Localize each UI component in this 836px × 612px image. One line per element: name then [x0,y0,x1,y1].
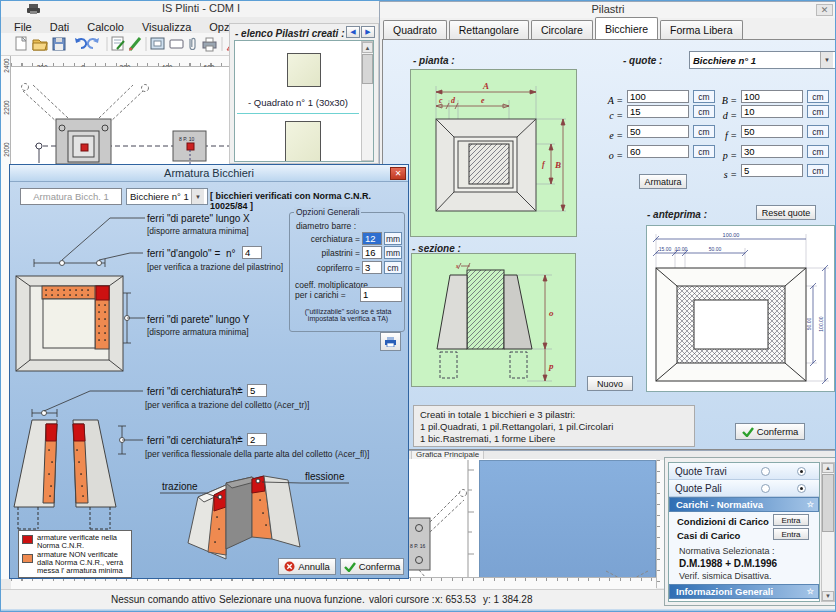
armatura-dialog: Armatura Bicchieri ✕ [9,164,409,579]
field-f-input[interactable] [741,125,803,138]
printer-icon[interactable] [203,38,216,51]
rectangle-icon[interactable] [170,40,183,48]
flessione-label: flessione [305,471,344,482]
elenco-list[interactable]: - Quadrato n° 1 (30x30) ▲ [234,40,374,162]
list-item-label[interactable]: - Quadrato n° 1 (30x30) [235,97,361,108]
arrow-right-icon: ▶ [365,28,370,36]
dim-letter-A: A [482,81,489,91]
right-panel-scrollbar[interactable]: ▲ ▼ [821,462,835,602]
armatura-button[interactable]: Armatura [639,174,687,189]
tab-circolare[interactable]: Circolare [531,20,593,39]
pilastro-thumb[interactable] [287,53,321,87]
quote-pali-radio-off[interactable] [761,484,770,493]
quote-pali-radio-on[interactable] [797,484,806,493]
cad-drawing-plinti[interactable]: 8 P. 10 [11,67,229,164]
informazioni-header-label: Informazioni Generali [676,586,773,597]
tab-forma-libera[interactable]: Forma Libera [660,20,742,39]
pilastri-title: Pilastri [380,3,836,15]
view-icon[interactable] [151,38,164,49]
elenco-scrollbar[interactable]: ▲ [361,41,374,161]
dialog-close-button[interactable]: ✕ [390,167,406,180]
scroll-up-icon[interactable]: ▲ [362,42,373,53]
field-d-label: d = [717,110,737,121]
save-icon[interactable] [53,38,65,50]
scroll-thumb[interactable] [362,54,373,84]
field-d-input[interactable] [741,105,803,118]
collapse-icon[interactable]: ☆ [807,500,814,509]
field-o-input[interactable] [627,145,689,158]
cerchiatura2-n: n° [232,435,242,446]
row-quote-travi[interactable]: Quote Travi [669,463,819,480]
normativa-line2: D.M.1988 + D.M.1996 [679,558,777,569]
coeff-label2: per i carichi = [295,290,346,300]
field-e-input[interactable] [627,125,689,138]
cerchiatura2-label: ferri "di cerchiatura" = [147,435,243,446]
clip-icon[interactable] [190,38,195,49]
field-c-label: c = [603,110,623,121]
app-icon [26,3,42,15]
ferri-angolo-input[interactable] [242,246,262,259]
field-s-input[interactable] [741,164,803,177]
quote-label: - quote : [623,55,662,66]
row-quote-pali[interactable]: Quote Pali [669,480,819,497]
legend-item-1: armature verificate nella Norma C.N.R. [37,534,129,550]
elenco-title: - elenco Pilastri creati : [235,28,345,39]
pilastrini-input[interactable] [362,246,382,259]
cerchiatura-input[interactable] [362,232,382,245]
undo-icon[interactable] [75,38,86,48]
nuovo-button[interactable]: Nuovo [587,376,633,391]
pilastro-thumb[interactable] [285,121,321,162]
status-command: Nessun comando attivo [111,594,216,605]
bicchiere-dropdown[interactable]: Bicchiere n° 1 ▼ [126,188,208,205]
cad-drawing-pali[interactable]: 8 P. 16 [406,460,478,578]
informazioni-header[interactable]: Informazioni Generali ☆ [669,584,819,599]
tab-bicchiere[interactable]: Bicchiere [595,17,658,39]
anteprima-dim-w2: 10.00 [675,246,688,252]
new-file-icon[interactable] [16,37,26,50]
cerchiatura2-input[interactable] [247,433,267,446]
plinto-3-label: 8 P. 16 [410,543,425,549]
cerchiatura2-sub: [per verifica flessionale della parte al… [145,449,395,459]
casi-entra-button[interactable]: Entra [773,528,809,540]
scroll-down-icon[interactable]: ▼ [822,591,834,601]
pilastri-conferma-button[interactable]: Conferma [735,423,805,440]
armatura-name-input[interactable] [20,188,122,205]
cerchiatura1-n: n° [232,386,242,397]
scroll-up-icon[interactable]: ▲ [822,463,834,473]
annulla-label: Annulla [298,561,330,572]
check-icon [344,562,356,572]
field-A-input[interactable] [627,90,689,103]
copriferro-input[interactable] [362,261,382,274]
next-button[interactable]: ▶ [361,26,375,38]
cerchiatura1-input[interactable] [247,384,267,397]
casi-label: Casi di Carico [677,530,740,541]
condizioni-entra-button[interactable]: Entra [773,514,809,526]
close-button[interactable]: ✕ [816,4,833,16]
tab-quadrato[interactable]: Quadrato [383,20,447,39]
coeff-input[interactable] [360,287,402,302]
prev-button[interactable]: ◀ [346,26,360,38]
pianta-panel: A c d e s f B [410,69,577,237]
dim-letter-d: d [451,96,456,105]
field-e: e =cm [603,125,623,143]
dialog-conferma-button[interactable]: Conferma [340,558,404,575]
carichi-header[interactable]: Carichi - Normativa ☆ [669,497,819,512]
annulla-button[interactable]: Annulla [278,558,336,575]
pencil-icon[interactable] [129,38,140,51]
edit-form-icon[interactable] [112,37,124,50]
quote-travi-radio-off[interactable] [761,467,770,476]
pin-icon[interactable]: ☆ [807,587,814,596]
field-B-input[interactable] [741,90,803,103]
reset-quote-button[interactable]: Reset quote [756,205,816,220]
field-p-input[interactable] [741,145,803,158]
field-c-input[interactable] [627,105,689,118]
tab-rettangolare[interactable]: Rettangolare [449,20,529,39]
print-button[interactable] [380,332,401,351]
quote-travi-radio-on[interactable] [797,467,806,476]
open-folder-icon[interactable] [33,40,47,50]
field-f-unit: cm [807,125,829,138]
quote-dropdown[interactable]: Bicchiere n° 1 ▼ [689,51,836,69]
summary-line: 1 pil.Quadrati, 1 pil.Rettangolari, 1 pi… [420,421,688,433]
redo-icon[interactable] [88,38,99,48]
scroll-thumb[interactable] [822,474,834,532]
